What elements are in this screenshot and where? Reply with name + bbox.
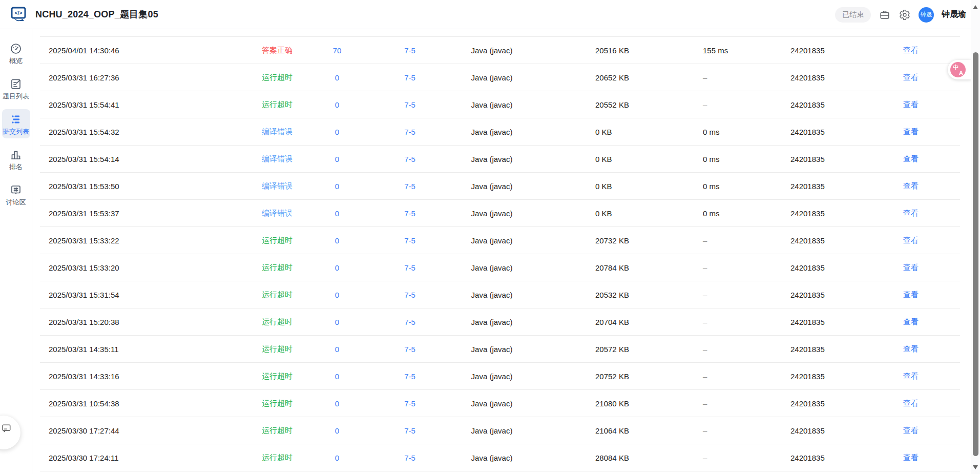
status-label: 运行超时 <box>240 453 315 463</box>
sidebar-item-ranking[interactable]: 排名 <box>2 145 30 174</box>
score-link[interactable]: 0 <box>315 345 360 354</box>
problem-link[interactable]: 7-5 <box>360 155 460 163</box>
problem-link[interactable]: 7-5 <box>360 345 460 354</box>
memory-value: 0 KB <box>524 182 693 191</box>
problem-link[interactable]: 7-5 <box>360 263 460 272</box>
submission-list-icon <box>10 113 22 126</box>
submission-table: 2025/04/01 14:30:46 答案正确 70 7-5 Java (ja… <box>40 29 960 474</box>
view-link[interactable]: 查看 <box>862 46 960 55</box>
score-link[interactable]: 0 <box>315 426 360 435</box>
compiler-label: Java (javac) <box>460 182 524 191</box>
status-label: 运行超时 <box>240 426 315 436</box>
problem-link[interactable]: 7-5 <box>360 128 460 136</box>
submission-time: 2025/03/31 10:54:38 <box>40 399 240 408</box>
time-cost-value: – <box>693 236 780 245</box>
score-link[interactable]: 0 <box>315 263 360 272</box>
problem-link[interactable]: 7-5 <box>360 73 460 82</box>
view-link[interactable]: 查看 <box>862 344 960 354</box>
scrollbar-thumb[interactable] <box>973 52 978 456</box>
user-id: 24201835 <box>780 155 862 163</box>
problem-link[interactable]: 7-5 <box>360 426 460 435</box>
table-row: 2025/03/31 10:54:38 运行超时 0 7-5 Java (jav… <box>40 389 960 417</box>
view-link[interactable]: 查看 <box>862 453 960 463</box>
score-link[interactable]: 0 <box>315 73 360 82</box>
view-link[interactable]: 查看 <box>862 73 960 83</box>
clipboard-icon[interactable] <box>879 9 891 21</box>
problem-link[interactable]: 7-5 <box>360 100 460 109</box>
status-label: 运行超时 <box>240 236 315 245</box>
vertical-scrollbar <box>971 0 980 474</box>
status-label: 运行超时 <box>240 317 315 327</box>
view-link[interactable]: 查看 <box>862 263 960 273</box>
top-header-bar: </> NCHU_2024_OOP_题目集05 已结束 钟晟 钟晟瑜 <box>0 0 980 29</box>
submission-time: 2025/03/31 14:33:16 <box>40 372 240 381</box>
submission-time: 2025/03/31 15:54:14 <box>40 155 240 163</box>
compiler-label: Java (javac) <box>460 155 524 163</box>
user-id: 24201835 <box>780 236 862 245</box>
sidebar-item-label: 讨论区 <box>6 198 26 206</box>
view-link[interactable]: 查看 <box>862 154 960 164</box>
sidebar-item-submission-list[interactable]: 提交列表 <box>2 109 30 138</box>
user-id: 24201835 <box>780 182 862 191</box>
view-link[interactable]: 查看 <box>862 181 960 191</box>
table-row: 2025/03/31 15:20:38 运行超时 0 7-5 Java (jav… <box>40 308 960 335</box>
view-link[interactable]: 查看 <box>862 236 960 245</box>
user-id: 24201835 <box>780 372 862 381</box>
translate-extension-button[interactable]: 中 A <box>948 60 971 79</box>
problem-link[interactable]: 7-5 <box>360 236 460 245</box>
memory-value: 21080 KB <box>524 399 693 408</box>
user-id: 24201835 <box>780 128 862 136</box>
submission-time: 2025/03/31 15:54:32 <box>40 128 240 136</box>
view-link[interactable]: 查看 <box>862 399 960 408</box>
problem-link[interactable]: 7-5 <box>360 291 460 299</box>
score-link[interactable]: 0 <box>315 182 360 191</box>
score-link[interactable]: 70 <box>315 46 360 55</box>
score-link[interactable]: 0 <box>315 128 360 136</box>
table-row: 2025/03/31 16:27:36 运行超时 0 7-5 Java (jav… <box>40 64 960 91</box>
problem-link[interactable]: 7-5 <box>360 454 460 462</box>
svg-text:</>: </> <box>15 10 23 16</box>
submission-time: 2025/03/31 15:20:38 <box>40 318 240 326</box>
sidebar-item-label: 提交列表 <box>3 128 29 135</box>
view-link[interactable]: 查看 <box>862 317 960 327</box>
sidebar-item-discussion[interactable]: 讨论区 <box>2 180 30 209</box>
table-row: 2025/03/31 14:33:16 运行超时 0 7-5 Java (jav… <box>40 362 960 389</box>
table-row: 2025/03/31 15:54:14 编译错误 0 7-5 Java (jav… <box>40 145 960 172</box>
view-link[interactable]: 查看 <box>862 209 960 218</box>
problem-link[interactable]: 7-5 <box>360 182 460 191</box>
score-link[interactable]: 0 <box>315 399 360 408</box>
time-cost-value: – <box>693 372 780 381</box>
sidebar-item-problem-list[interactable]: 题目列表 <box>2 74 30 103</box>
score-link[interactable]: 0 <box>315 372 360 381</box>
score-link[interactable]: 0 <box>315 209 360 218</box>
view-link[interactable]: 查看 <box>862 290 960 300</box>
problem-link[interactable]: 7-5 <box>360 46 460 55</box>
compiler-label: Java (javac) <box>460 318 524 326</box>
scroll-down-arrow-icon[interactable] <box>973 465 978 469</box>
score-link[interactable]: 0 <box>315 318 360 326</box>
score-link[interactable]: 0 <box>315 454 360 462</box>
user-id: 24201835 <box>780 291 862 299</box>
scroll-up-arrow-icon[interactable] <box>973 5 978 9</box>
problem-link[interactable]: 7-5 <box>360 209 460 218</box>
score-link[interactable]: 0 <box>315 155 360 163</box>
compiler-label: Java (javac) <box>460 73 524 82</box>
view-link[interactable]: 查看 <box>862 426 960 436</box>
view-link[interactable]: 查看 <box>862 127 960 137</box>
score-link[interactable]: 0 <box>315 236 360 245</box>
sidebar-item-overview[interactable]: 概览 <box>2 38 30 68</box>
problem-link[interactable]: 7-5 <box>360 399 460 408</box>
score-link[interactable]: 0 <box>315 100 360 109</box>
view-link[interactable]: 查看 <box>862 100 960 110</box>
problem-list-icon <box>10 78 22 90</box>
ranking-icon <box>10 149 22 161</box>
memory-value: 20572 KB <box>524 345 693 354</box>
gear-icon[interactable] <box>899 9 911 21</box>
problem-link[interactable]: 7-5 <box>360 318 460 326</box>
avatar[interactable]: 钟晟 <box>919 7 934 23</box>
problem-link[interactable]: 7-5 <box>360 372 460 381</box>
user-id: 24201835 <box>780 209 862 218</box>
user-id: 24201835 <box>780 73 862 82</box>
score-link[interactable]: 0 <box>315 291 360 299</box>
view-link[interactable]: 查看 <box>862 372 960 381</box>
